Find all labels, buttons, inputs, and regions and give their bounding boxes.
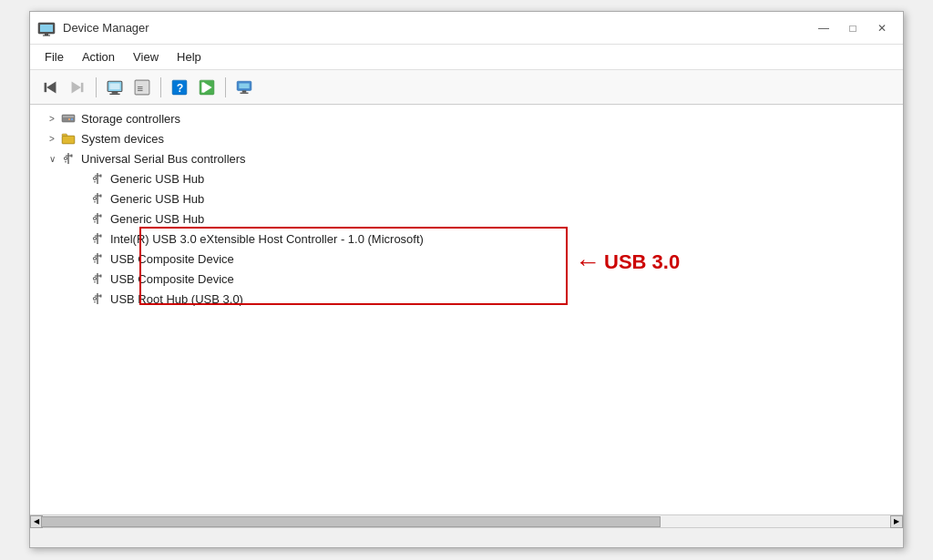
usb-icon-generic-hub-3 xyxy=(88,209,107,228)
svg-marker-48 xyxy=(94,221,96,223)
svg-marker-33 xyxy=(65,161,67,163)
tree-label-intel-usb3: Intel(R) USB 3.0 eXtensible Host Control… xyxy=(110,232,424,246)
svg-text:?: ? xyxy=(177,81,184,94)
svg-rect-28 xyxy=(63,137,74,143)
monitor-button[interactable] xyxy=(231,75,257,100)
expander-usb-root-hub[interactable] xyxy=(74,289,88,309)
tree-item-usb-composite-2[interactable]: USB Composite Device xyxy=(30,269,903,289)
tree-item-usb-composite-1[interactable]: USB Composite Device xyxy=(30,249,903,269)
titlebar-controls: — □ ✕ xyxy=(810,17,896,39)
tree-item-storage-controllers[interactable]: > Storage controllers xyxy=(30,108,903,128)
svg-marker-6 xyxy=(72,81,81,93)
tree-view[interactable]: > Storage controllers> System devices∨ U… xyxy=(30,105,903,514)
tree-item-usb-controllers[interactable]: ∨ Universal Serial Bus controllers xyxy=(30,148,903,168)
svg-rect-46 xyxy=(100,215,102,218)
titlebar: Device Manager — □ ✕ xyxy=(30,12,903,45)
tree-label-usb-controllers: Universal Serial Bus controllers xyxy=(81,152,246,166)
maximize-button[interactable]: □ xyxy=(839,17,866,39)
svg-rect-36 xyxy=(100,175,102,178)
update-driver-button[interactable]: ≡ xyxy=(129,75,155,100)
toolbar-separator-3 xyxy=(225,77,226,97)
expander-usb-composite-1[interactable] xyxy=(74,249,88,269)
svg-rect-10 xyxy=(112,91,118,93)
svg-point-25 xyxy=(71,118,73,120)
usb-icon-generic-hub-2 xyxy=(88,189,107,208)
expander-generic-hub-2[interactable] xyxy=(74,188,88,209)
svg-rect-18 xyxy=(201,82,204,92)
svg-point-47 xyxy=(94,218,97,220)
expander-generic-hub-3[interactable] xyxy=(74,209,88,229)
device-manager-window: Device Manager — □ ✕ File Action View He… xyxy=(29,11,904,548)
help-button[interactable]: ? xyxy=(167,75,192,100)
properties-button[interactable] xyxy=(102,75,128,100)
svg-point-62 xyxy=(94,278,97,280)
scan-button[interactable] xyxy=(194,75,220,100)
back-button[interactable] xyxy=(37,75,63,100)
svg-rect-20 xyxy=(239,83,249,88)
usb-icon-usb-root-hub xyxy=(88,290,107,308)
tree-item-generic-hub-2[interactable]: Generic USB Hub xyxy=(30,188,903,209)
tree-item-system-devices[interactable]: > System devices xyxy=(30,128,903,148)
horizontal-scrollbar[interactable]: ◀ ▶ xyxy=(30,514,903,527)
tree-label-usb-composite-1: USB Composite Device xyxy=(110,252,234,266)
tree-item-intel-usb3[interactable]: Intel(R) USB 3.0 eXtensible Host Control… xyxy=(30,229,903,249)
svg-point-32 xyxy=(65,158,67,160)
tree-item-generic-hub-1[interactable]: Generic USB Hub xyxy=(30,168,903,188)
svg-marker-58 xyxy=(94,261,96,263)
statusbar xyxy=(30,527,903,547)
expander-system-devices[interactable]: > xyxy=(45,128,59,148)
svg-rect-22 xyxy=(241,92,249,93)
svg-rect-66 xyxy=(100,295,102,298)
svg-text:≡: ≡ xyxy=(137,82,143,93)
tree-label-generic-hub-2: Generic USB Hub xyxy=(110,192,204,206)
scroll-right-button[interactable]: ▶ xyxy=(890,515,903,528)
menubar: File Action View Help xyxy=(30,45,903,70)
svg-rect-41 xyxy=(100,195,102,198)
close-button[interactable]: ✕ xyxy=(868,17,896,39)
svg-point-26 xyxy=(68,118,70,120)
tree-label-storage-controllers: Storage controllers xyxy=(81,112,180,126)
svg-rect-7 xyxy=(81,82,84,91)
tree-label-generic-hub-3: Generic USB Hub xyxy=(110,212,204,226)
usb-icon-usb-controllers xyxy=(59,149,77,168)
expander-usb-composite-2[interactable] xyxy=(74,269,88,289)
menu-file[interactable]: File xyxy=(37,47,71,66)
storage-icon-storage-controllers xyxy=(59,109,77,127)
svg-marker-53 xyxy=(94,241,96,243)
content-area: > Storage controllers> System devices∨ U… xyxy=(30,105,903,514)
tree-label-generic-hub-1: Generic USB Hub xyxy=(110,172,204,186)
tree-item-usb-root-hub[interactable]: USB Root Hub (USB 3.0) xyxy=(30,289,903,309)
svg-marker-4 xyxy=(46,81,56,93)
forward-button[interactable] xyxy=(65,75,90,100)
menu-view[interactable]: View xyxy=(126,47,166,66)
usb-icon-intel-usb3 xyxy=(88,229,107,248)
svg-rect-9 xyxy=(109,83,119,89)
svg-marker-68 xyxy=(94,301,96,303)
expander-storage-controllers[interactable]: > xyxy=(45,108,59,128)
expander-usb-controllers[interactable]: ∨ xyxy=(45,148,59,168)
svg-marker-43 xyxy=(94,201,96,203)
svg-point-57 xyxy=(94,258,97,260)
svg-rect-31 xyxy=(71,155,73,158)
svg-rect-21 xyxy=(242,90,247,92)
folder-system-icon-system-devices xyxy=(59,129,77,148)
titlebar-app-icon xyxy=(37,19,56,37)
tree-label-usb-composite-2: USB Composite Device xyxy=(110,272,234,286)
svg-rect-5 xyxy=(45,82,47,91)
toolbar-separator-1 xyxy=(96,77,97,97)
menu-action[interactable]: Action xyxy=(75,47,122,66)
expander-generic-hub-1[interactable] xyxy=(74,168,88,188)
svg-rect-24 xyxy=(63,116,74,117)
minimize-button[interactable]: — xyxy=(810,17,837,39)
svg-marker-63 xyxy=(94,281,96,283)
svg-point-67 xyxy=(94,298,97,300)
expander-intel-usb3[interactable] xyxy=(74,229,88,249)
svg-point-42 xyxy=(94,198,97,200)
svg-point-52 xyxy=(94,238,97,240)
toolbar: ≡ ? xyxy=(30,70,903,105)
tree-label-system-devices: System devices xyxy=(81,132,164,146)
scroll-thumb[interactable] xyxy=(41,516,661,527)
menu-help[interactable]: Help xyxy=(169,47,209,66)
tree-item-generic-hub-3[interactable]: Generic USB Hub xyxy=(30,209,903,229)
svg-point-37 xyxy=(94,178,97,180)
